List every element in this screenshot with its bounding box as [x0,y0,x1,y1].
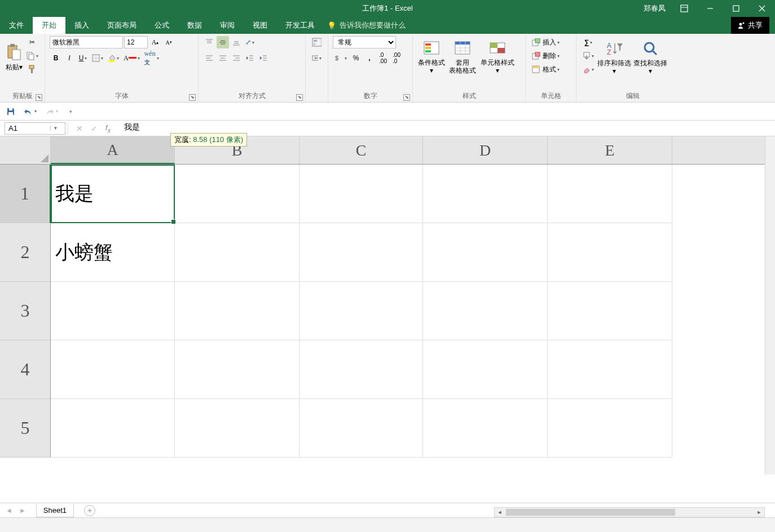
select-all-button[interactable] [0,136,51,165]
sheet-tab-1[interactable]: Sheet1 [36,504,74,517]
align-middle-button[interactable] [217,36,229,48]
number-dialog-launcher[interactable]: ⬊ [403,94,410,101]
increase-indent-button[interactable] [257,52,270,64]
cell-E1[interactable] [548,165,672,223]
tab-file[interactable]: 文件 [0,17,33,34]
orientation-button[interactable]: ⤢▾ [244,36,256,48]
sheet-nav-next[interactable]: ► [19,507,26,515]
column-resize-cursor[interactable]: ↔ [182,137,190,146]
tab-page-layout[interactable]: 页面布局 [98,17,146,34]
fill-button[interactable]: ▾ [581,50,596,62]
cell-A1[interactable]: 我是 [51,165,175,223]
name-box-dropdown[interactable]: ▼ [50,126,60,131]
row-header-5[interactable]: 5 [0,399,51,458]
hscroll-left[interactable]: ◄ [495,508,505,517]
clear-button[interactable]: ▾ [581,63,596,76]
cell-C2[interactable] [300,223,423,282]
row-header-4[interactable]: 4 [0,340,51,399]
comma-button[interactable]: , [363,52,376,64]
cell-A4[interactable] [51,340,175,399]
cell-A3[interactable] [51,282,175,340]
align-dialog-launcher[interactable]: ⬊ [296,94,303,101]
tab-data[interactable]: 数据 [178,17,211,34]
share-button[interactable]: 共享 [731,17,769,34]
tab-developer[interactable]: 开发工具 [276,17,324,34]
decrease-indent-button[interactable] [244,52,256,64]
cut-button[interactable]: ✂ [24,36,40,48]
underline-button[interactable]: U▾ [77,52,89,64]
table-format-button[interactable]: 套用 表格格式 [447,36,478,75]
formula-input[interactable]: 我是 [124,122,140,132]
tab-formulas[interactable]: 公式 [146,17,178,34]
font-dialog-launcher[interactable]: ⬊ [189,94,196,101]
tab-view[interactable]: 视图 [244,17,276,34]
wrap-text-button[interactable]: abc [310,36,323,48]
ribbon-options-button[interactable] [671,0,697,17]
hscroll-right[interactable]: ► [754,508,764,517]
decrease-decimal-button[interactable]: .00.0 [390,52,403,64]
cell-D1[interactable] [423,165,548,223]
row-header-1[interactable]: 1 [0,165,51,223]
tab-insert[interactable]: 插入 [65,17,98,34]
conditional-format-button[interactable]: 条件格式▾ [417,36,446,75]
format-cells-button[interactable]: 格式▾ [530,63,571,76]
new-sheet-button[interactable]: ＋ [84,505,95,516]
phonetic-button[interactable]: wén文▾ [143,52,161,64]
clipboard-dialog-launcher[interactable]: ⬊ [36,94,42,101]
cell-E2[interactable] [548,223,672,282]
tell-me[interactable]: 💡 告诉我你想要做什么 [327,17,406,34]
row-header-2[interactable]: 2 [0,223,51,282]
align-left-button[interactable] [203,52,215,64]
tab-review[interactable]: 审阅 [211,17,244,34]
cell-C3[interactable] [300,282,423,340]
cell-A5[interactable] [51,399,175,458]
tab-home[interactable]: 开始 [33,17,65,34]
decrease-font-button[interactable]: A▾ [162,36,175,48]
col-header-E[interactable]: E [548,136,672,164]
align-top-button[interactable] [203,36,215,48]
autosum-button[interactable]: ∑▾ [581,36,596,48]
cell-E5[interactable] [548,399,672,458]
delete-cells-button[interactable]: 删除▾ [530,50,571,62]
merge-button[interactable]: ▾ [310,52,323,64]
font-color-button[interactable]: A▾ [122,52,142,64]
cell-B4[interactable] [175,340,300,399]
cell-D3[interactable] [423,282,548,340]
name-box-input[interactable] [5,124,50,132]
cell-B1[interactable] [175,165,300,223]
minimize-button[interactable] [697,0,723,17]
fill-color-button[interactable]: ▾ [106,52,121,64]
cell-D4[interactable] [423,340,548,399]
name-box[interactable]: ▼ [5,122,65,135]
increase-font-button[interactable]: A▴ [149,36,161,48]
qat-customize-button[interactable]: ▾ [64,105,77,118]
cell-E3[interactable] [548,282,672,340]
cancel-formula-button[interactable]: ✕ [76,124,83,133]
copy-button[interactable]: ▾ [24,50,40,62]
paste-button[interactable]: 粘贴▾ [5,41,23,71]
horizontal-scrollbar[interactable]: ◄ ► [494,507,765,517]
cell-C1[interactable] [300,165,423,223]
font-size-input[interactable] [124,36,148,48]
cell-A2[interactable]: 小螃蟹 [51,223,175,282]
cell-D2[interactable] [423,223,548,282]
col-header-C[interactable]: C [300,136,423,164]
undo-button[interactable]: ▾ [21,105,38,118]
fx-icon[interactable]: fx [105,123,111,134]
maximize-button[interactable] [723,0,749,17]
accounting-format-button[interactable]: $▾ [333,52,349,64]
align-bottom-button[interactable] [230,36,243,48]
cell-C4[interactable] [300,340,423,399]
col-header-A[interactable]: A [51,136,175,164]
cell-E4[interactable] [548,340,672,399]
cell-B2[interactable] [175,223,300,282]
hscroll-thumb[interactable] [506,509,675,516]
percent-button[interactable]: % [350,52,362,64]
cell-C5[interactable] [300,399,423,458]
user-name[interactable]: 郑春凤 [644,3,666,14]
italic-button[interactable]: I [63,52,76,64]
sheet-nav-prev[interactable]: ◄ [6,507,12,515]
cell-D5[interactable] [423,399,548,458]
cell-styles-button[interactable]: 单元格样式▾ [479,36,516,75]
align-center-button[interactable] [217,52,229,64]
